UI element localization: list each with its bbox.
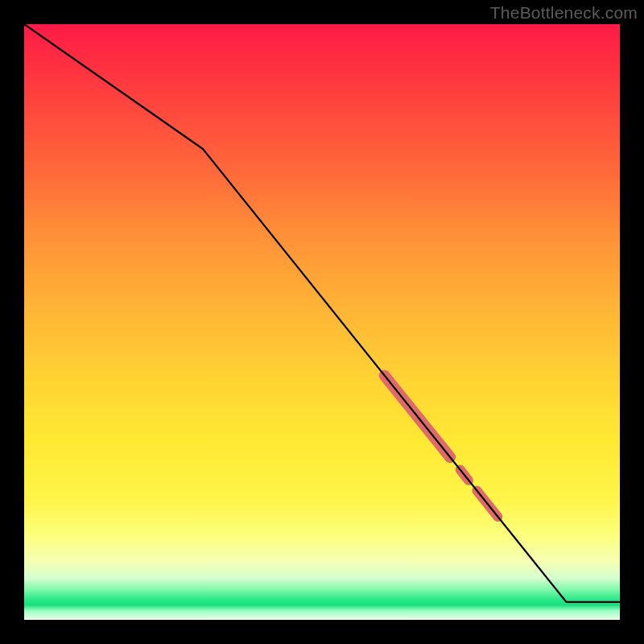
plot-svg [24, 24, 620, 620]
watermark-text: TheBottleneck.com [490, 3, 638, 23]
chart-stage: TheBottleneck.com [0, 0, 644, 644]
plot-area [24, 24, 620, 620]
main-curve [24, 24, 620, 602]
